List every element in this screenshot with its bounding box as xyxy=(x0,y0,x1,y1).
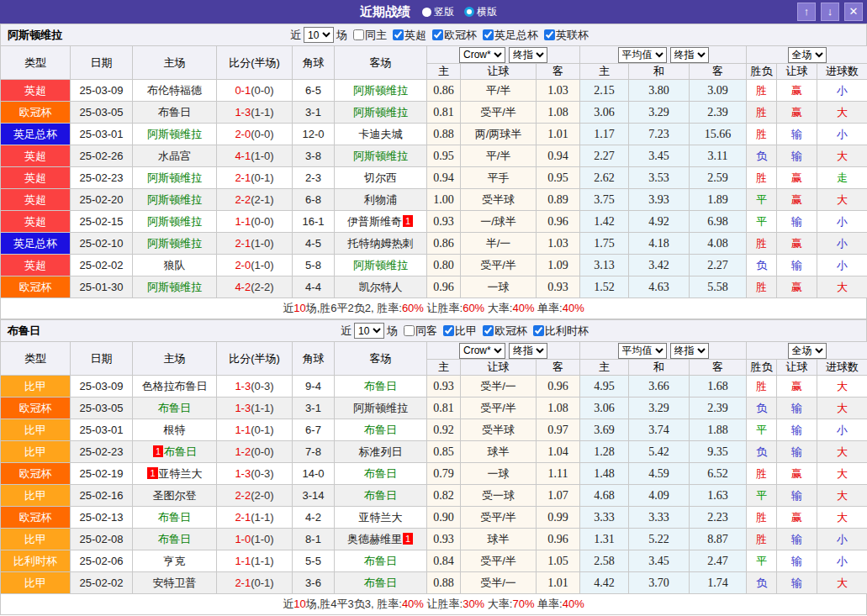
same-venue-checkbox[interactable] xyxy=(404,325,415,336)
home-team-cell[interactable]: 亨克 xyxy=(133,550,217,572)
away-team-cell[interactable]: 利物浦 xyxy=(335,189,427,211)
away-team-cell[interactable]: 布鲁日 xyxy=(335,485,427,507)
away-team-cell[interactable]: 卡迪夫城 xyxy=(335,124,427,145)
away-team-cell[interactable]: 布鲁日 xyxy=(335,376,427,398)
score-cell: 2-0(1-0) xyxy=(217,255,293,276)
same-venue-filter[interactable]: 同客 xyxy=(400,324,437,339)
match-row: 欧冠杯 25-03-05 布鲁日 1-3(1-1) 3-1 阿斯顿维拉 0.81… xyxy=(1,398,867,419)
league-filter[interactable]: 比利时杯 xyxy=(530,324,589,339)
avg-away-cell: 9.35 xyxy=(690,441,747,463)
avg-stage-select[interactable]: 终指 xyxy=(670,47,709,63)
vertical-layout-radio[interactable]: 竖版 xyxy=(422,5,454,19)
away-team-cell[interactable]: 奥德赫维里1 xyxy=(335,529,427,550)
horizontal-layout-radio[interactable]: 横版 xyxy=(464,5,497,19)
league-checkbox[interactable] xyxy=(533,325,544,336)
league-checkbox[interactable] xyxy=(544,29,555,40)
home-team-cell[interactable]: 1布鲁日 xyxy=(133,441,217,463)
away-team-cell[interactable]: 布鲁日 xyxy=(335,419,427,441)
away-team-cell[interactable]: 布鲁日 xyxy=(335,550,427,572)
halftime-score: (2-0) xyxy=(251,489,273,502)
same-venue-filter[interactable]: 同主 xyxy=(350,28,387,43)
home-team-cell[interactable]: 布鲁日 xyxy=(133,398,217,419)
col-date: 日期 xyxy=(71,46,133,80)
avg-stage-select[interactable]: 终指 xyxy=(670,343,709,359)
home-team-cell[interactable]: 布伦特福德 xyxy=(133,80,217,102)
odds-handicap-cell: 一/球半 xyxy=(461,211,537,233)
date-cell: 25-03-05 xyxy=(71,398,133,419)
score-cell: 2-2(2-1) xyxy=(217,189,293,211)
away-team-cell[interactable]: 阿斯顿维拉 xyxy=(335,145,427,167)
home-team-cell[interactable]: 狼队 xyxy=(133,255,217,276)
average-select[interactable]: 平均值 xyxy=(618,47,667,63)
league-checkbox[interactable] xyxy=(393,29,404,40)
home-team-cell[interactable]: 圣图尔登 xyxy=(133,485,217,507)
odds-home-cell: 0.81 xyxy=(427,398,461,419)
move-down-button[interactable]: ↓ xyxy=(821,3,839,21)
fulltime-score: 2-1 xyxy=(235,171,251,184)
league-filter[interactable]: 欧冠杯 xyxy=(429,28,477,43)
recent-count-select[interactable]: 10 xyxy=(304,27,334,43)
away-team-cell[interactable]: 阿斯顿维拉 xyxy=(335,398,427,419)
away-team-cell[interactable]: 布鲁日 xyxy=(335,572,427,594)
league-checkbox[interactable] xyxy=(432,29,443,40)
home-team-cell[interactable]: 阿斯顿维拉 xyxy=(133,233,217,255)
rank-badge: 1 xyxy=(153,445,163,457)
home-team-cell[interactable]: 阿斯顿维拉 xyxy=(133,189,217,211)
away-team-cell[interactable]: 凯尔特人 xyxy=(335,276,427,298)
away-team-name: 阿斯顿维拉 xyxy=(353,150,408,162)
away-team-cell[interactable]: 切尔西 xyxy=(335,167,427,189)
scope-select[interactable]: 全场 xyxy=(788,47,827,63)
league-filter[interactable]: 英联杯 xyxy=(541,28,589,43)
home-team-cell[interactable]: 安特卫普 xyxy=(133,572,217,594)
halftime-score: (0-3) xyxy=(251,380,273,392)
bookmaker-select[interactable]: Crow* xyxy=(459,343,505,359)
odds-stage-select[interactable]: 终指 xyxy=(509,47,547,63)
result-handicap-cell: 赢 xyxy=(777,167,817,189)
scope-select[interactable]: 全场 xyxy=(788,343,827,359)
home-team-cell[interactable]: 根特 xyxy=(133,419,217,441)
away-team-cell[interactable]: 阿斯顿维拉 xyxy=(335,80,427,102)
home-team-cell[interactable]: 阿斯顿维拉 xyxy=(133,211,217,233)
col-avg-away: 客 xyxy=(690,360,747,376)
league-checkbox[interactable] xyxy=(483,325,494,336)
odds-stage-select[interactable]: 终指 xyxy=(509,343,547,359)
home-team-cell[interactable]: 布鲁日 xyxy=(133,529,217,550)
league-filter[interactable]: 比甲 xyxy=(440,324,477,339)
league-filter[interactable]: 欧冠杯 xyxy=(479,324,527,339)
away-team-cell[interactable]: 阿斯顿维拉 xyxy=(335,102,427,124)
col-type: 类型 xyxy=(1,46,71,80)
away-team-cell[interactable]: 阿斯顿维拉 xyxy=(335,255,427,276)
away-team-cell[interactable]: 布鲁日 xyxy=(335,463,427,485)
away-team-cell[interactable]: 亚特兰大 xyxy=(335,507,427,529)
league-filter[interactable]: 英超 xyxy=(389,28,426,43)
close-button[interactable]: ✕ xyxy=(844,3,863,21)
away-team-cell[interactable]: 托特纳姆热刺 xyxy=(335,233,427,255)
recent-count-select[interactable]: 10 xyxy=(354,323,384,339)
odds-handicap-cell: 受平/半 xyxy=(461,102,537,124)
home-team-cell[interactable]: 色格拉布鲁日 xyxy=(133,376,217,398)
home-team-name: 亚特兰大 xyxy=(159,467,203,480)
result-goals-cell: 大 xyxy=(817,276,867,298)
odds-handicap-cell: 受半球 xyxy=(461,419,537,441)
move-up-button[interactable]: ↑ xyxy=(797,3,816,21)
home-team-cell[interactable]: 阿斯顿维拉 xyxy=(133,124,217,145)
same-venue-checkbox[interactable] xyxy=(353,29,364,40)
away-team-cell[interactable]: 伊普斯维奇1 xyxy=(335,211,427,233)
home-team-cell[interactable]: 阿斯顿维拉 xyxy=(133,276,217,298)
result-wdl-cell: 胜 xyxy=(747,463,777,485)
odds-handicap-cell: 一球 xyxy=(461,276,537,298)
home-team-cell[interactable]: 布鲁日 xyxy=(133,102,217,124)
home-team-cell[interactable]: 阿斯顿维拉 xyxy=(133,167,217,189)
avg-draw-cell: 3.80 xyxy=(629,80,690,102)
summary-segment: 单率: xyxy=(534,598,562,610)
average-select[interactable]: 平均值 xyxy=(618,343,667,359)
away-team-cell[interactable]: 标准列日 xyxy=(335,441,427,463)
home-team-cell[interactable]: 水晶宫 xyxy=(133,145,217,167)
home-team-cell[interactable]: 布鲁日 xyxy=(133,507,217,529)
home-team-cell[interactable]: 1亚特兰大 xyxy=(133,463,217,485)
league-checkbox[interactable] xyxy=(443,325,454,336)
league-filter[interactable]: 英足总杯 xyxy=(479,28,538,43)
league-checkbox[interactable] xyxy=(483,29,494,40)
bookmaker-select[interactable]: Crow* xyxy=(459,47,505,63)
corner-cell: 3-1 xyxy=(293,102,335,124)
